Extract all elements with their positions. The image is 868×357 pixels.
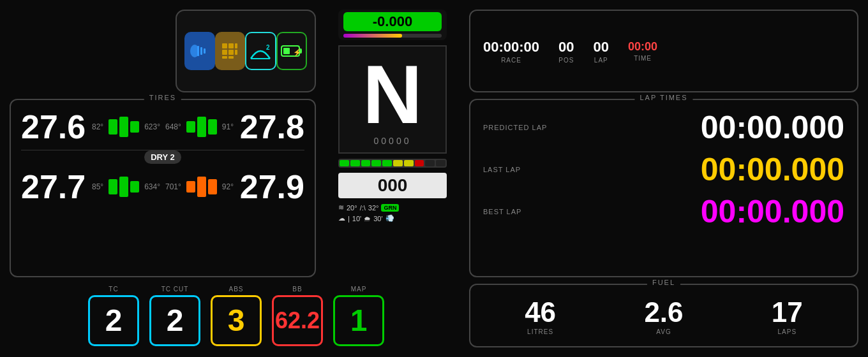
rain-icon: 🌧 (364, 215, 371, 222)
fr-bars (186, 117, 217, 137)
race-time-label: RACE (501, 57, 521, 64)
bb-control: BB 62.2 (272, 286, 323, 346)
rl-inner-temp: 85° (92, 182, 103, 191)
svg-text:⚡: ⚡ (293, 48, 302, 57)
fuel-litres-value: 46 (525, 296, 556, 328)
race-lap-label: LAP (594, 57, 608, 64)
wiper-icon[interactable]: 2 (245, 32, 276, 70)
tc-value[interactable]: 2 (88, 295, 139, 346)
fl-bar-1 (108, 119, 117, 135)
wind-icon: ≋ (338, 203, 344, 212)
rpm-seg-10 (436, 160, 445, 166)
predicted-value: 00:00.000 (701, 109, 844, 146)
tire-row-top: 27.6 82° 623° 648° 91° 27.8 (21, 108, 304, 146)
last-lap-value: 00:00.000 (701, 151, 844, 188)
fuel-laps-label: LAPS (778, 328, 797, 335)
map-value[interactable]: 1 (333, 295, 384, 346)
map-label: MAP (351, 286, 367, 293)
weather-row: ≋ 20° /:\ 32° GRN (338, 203, 447, 212)
race-lap-stat: 00 LAP (594, 39, 609, 64)
fuel-avg-label: AVG (656, 328, 671, 335)
svg-rect-15 (283, 48, 290, 54)
rpm-bar (338, 159, 447, 168)
race-clock-value: 00:00 (628, 40, 657, 54)
laptimes-panel: LAP TIMES PREDICTED LAP 00:00.000 LAST L… (469, 99, 858, 277)
fuel-litres-stat: 46 LITRES (525, 296, 556, 335)
tc-cut-value[interactable]: 2 (149, 295, 200, 346)
gear-display: N 00000 (338, 45, 447, 154)
svg-text:2: 2 (266, 44, 270, 51)
rr-center-temp: 701° (165, 182, 181, 191)
svg-rect-7 (222, 50, 227, 55)
tire-center-bottom: 85° 634° 701° 92° (92, 177, 234, 197)
air-temp: 20° (347, 204, 357, 212)
delta-bar (343, 34, 442, 38)
rr-outer-temp: 92° (222, 182, 234, 191)
fr-temp: 27.8 (240, 110, 304, 143)
rr-bars (186, 177, 217, 197)
fr-center-temp: 648° (165, 122, 181, 131)
fl-temp: 27.6 (21, 110, 86, 143)
delta-value: -0.000 (343, 12, 442, 31)
fl-bar-3 (130, 121, 139, 133)
svg-rect-2 (200, 47, 202, 55)
rl-bar-2 (119, 177, 128, 197)
tc-cut-control: TC CUT 2 (149, 286, 200, 346)
flag-badge: GRN (381, 204, 399, 212)
bb-value[interactable]: 62.2 (272, 295, 323, 346)
tc-cut-label: TC CUT (161, 286, 189, 293)
gear-letter: N (363, 53, 423, 136)
fuel-title: FUEL (647, 279, 680, 286)
rpm-seg-8 (415, 160, 424, 166)
fl-bar-2 (119, 117, 128, 137)
last-lap-row: LAST LAP 00:00.000 (483, 149, 844, 191)
abs-label: ABS (228, 286, 243, 293)
svg-rect-3 (204, 48, 206, 54)
last-lap-label: LAST LAP (483, 166, 553, 173)
rl-bars (108, 177, 139, 197)
rr-bar-2 (197, 177, 206, 197)
rl-temp: 27.7 (21, 170, 86, 203)
race-pos-label: POS (558, 57, 574, 64)
abs-control: ABS 3 (211, 286, 262, 346)
rpm-seg-3 (361, 160, 371, 166)
svg-rect-8 (228, 50, 234, 55)
tire-center-top: 82° 623° 648° 91° (92, 117, 234, 137)
fl-center-temp: 623° (144, 122, 160, 131)
svg-rect-11 (228, 56, 234, 59)
cloud-icon: ☁ (338, 214, 345, 222)
rpm-seg-4 (371, 160, 381, 166)
abs-value[interactable]: 3 (211, 295, 262, 346)
map-control: MAP 1 (333, 286, 384, 346)
tire-row-bottom: 27.7 85° 634° 701° 92° 27.9 (21, 168, 304, 206)
fuel-laps-stat: 17 LAPS (772, 296, 803, 335)
rain-chance: 10' (352, 215, 361, 222)
wind2-icon: 💨 (385, 214, 394, 222)
svg-rect-10 (222, 56, 227, 59)
tc-label: TC (108, 286, 118, 293)
svg-rect-5 (228, 43, 234, 48)
center-display: -0.000 N 00000 000 ≋ 20° /:\ 32° (319, 6, 466, 280)
fl-inner-temp: 82° (92, 122, 103, 131)
controls-row: TC 2 TC CUT 2 ABS 3 BB 62.2 MAP 1 (6, 280, 466, 351)
delta-bar-fill (343, 34, 402, 38)
fr-bar-3 (208, 119, 217, 135)
best-lap-label: BEST LAP (483, 208, 553, 215)
rpm-seg-5 (382, 160, 392, 166)
svg-rect-6 (235, 43, 237, 48)
sun-icon: /:\ (360, 204, 366, 212)
headlights-icon[interactable] (184, 32, 215, 70)
race-pos-stat: 00 POS (558, 39, 574, 64)
battery-icon[interactable]: ⚡ (276, 32, 307, 70)
rr-bar-1 (186, 181, 195, 193)
fl-bars (108, 117, 139, 137)
fr-bar-1 (186, 121, 195, 133)
delta-container: -0.000 (338, 10, 447, 40)
fr-bar-2 (197, 117, 206, 137)
race-time-stat: 00:00:00 RACE (483, 39, 539, 64)
grid-icon[interactable] (215, 32, 246, 70)
rpm-seg-6 (393, 160, 403, 166)
bb-label: BB (292, 286, 302, 293)
rl-bar-3 (130, 181, 139, 193)
svg-rect-1 (197, 46, 199, 56)
